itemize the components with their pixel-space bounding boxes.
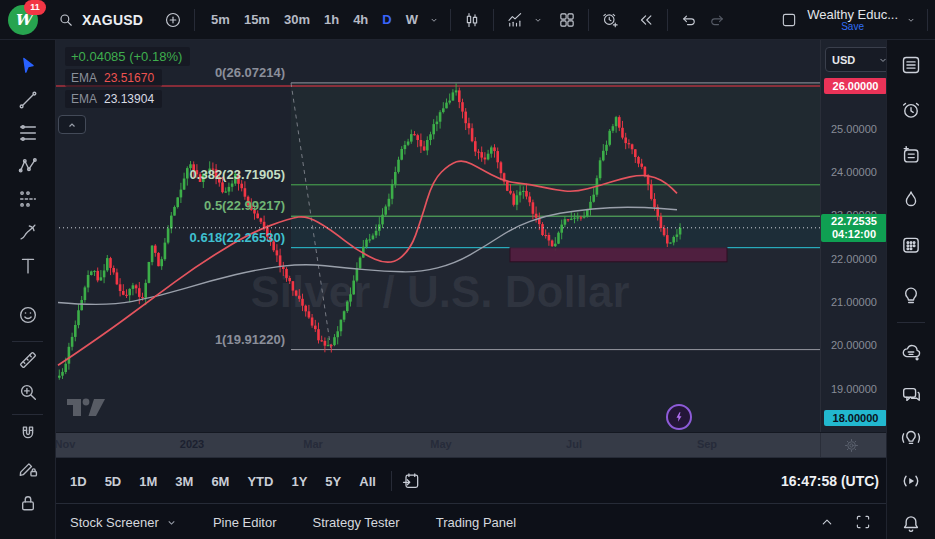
zoom-in-icon[interactable] bbox=[15, 379, 41, 405]
chart-plot[interactable]: Silver / U.S. Dollar +0.04085 (+0.18%) E… bbox=[55, 39, 820, 432]
cursor-icon[interactable] bbox=[15, 53, 41, 79]
fib-level-label: 1(19.91220) bbox=[215, 332, 285, 347]
save-layout-icon[interactable] bbox=[775, 6, 803, 34]
compare-add-icon[interactable] bbox=[159, 6, 187, 34]
timeframe-15m[interactable]: 15m bbox=[237, 7, 277, 33]
timeframe-30m[interactable]: 30m bbox=[277, 7, 317, 33]
brush-icon[interactable] bbox=[15, 219, 41, 245]
range-1M[interactable]: 1M bbox=[130, 474, 166, 489]
drawing-lock-icon[interactable] bbox=[15, 455, 41, 481]
tab-pine-editor[interactable]: Pine Editor bbox=[213, 515, 277, 530]
ema-row-1[interactable]: EMA 23.51670 bbox=[65, 69, 162, 87]
panel-collapse-icon[interactable] bbox=[815, 510, 839, 534]
range-5D[interactable]: 5D bbox=[96, 474, 131, 489]
calendar-icon[interactable] bbox=[898, 232, 924, 258]
go-to-date-icon[interactable] bbox=[398, 468, 424, 494]
undo-icon[interactable] bbox=[675, 6, 703, 34]
range-3M[interactable]: 3M bbox=[166, 474, 202, 489]
hotlists-icon[interactable] bbox=[898, 187, 924, 213]
time-tick: Sep bbox=[697, 438, 717, 450]
ema-row-2[interactable]: EMA 23.13904 bbox=[65, 90, 162, 108]
alert-price-label: 26.00000 bbox=[824, 78, 887, 94]
magnet-icon[interactable] bbox=[15, 421, 41, 447]
time-tick: Jul bbox=[566, 438, 582, 450]
indicators-icon[interactable] bbox=[501, 6, 529, 34]
timeframe-4h[interactable]: 4h bbox=[346, 7, 375, 33]
alert-add-icon[interactable] bbox=[596, 6, 624, 34]
bottom-panel-tabs: Stock ScreenerPine EditorStrategy Tester… bbox=[55, 503, 887, 539]
notifications-icon[interactable] bbox=[898, 511, 924, 537]
watchlist-icon[interactable] bbox=[898, 52, 924, 78]
minds-icon[interactable] bbox=[898, 339, 924, 365]
ema-value: 23.51670 bbox=[104, 71, 154, 85]
layout-chevron-icon[interactable] bbox=[902, 6, 920, 34]
tradingview-logo-icon[interactable] bbox=[66, 394, 106, 420]
emoji-icon[interactable] bbox=[15, 302, 41, 328]
layout-title-block[interactable]: Wealthy Educ... Save bbox=[807, 8, 898, 32]
text-icon[interactable] bbox=[15, 253, 41, 279]
divider bbox=[588, 9, 589, 31]
last-price-label: 22.72535 04:12:00 bbox=[821, 214, 887, 242]
drawing-toolbar bbox=[0, 39, 56, 539]
price-axis[interactable]: USD 25.0000024.0000023.0000022.0000021.0… bbox=[820, 39, 887, 432]
projection-icon[interactable] bbox=[15, 186, 41, 212]
chart-style-icon[interactable] bbox=[458, 6, 486, 34]
tab-trading-panel[interactable]: Trading Panel bbox=[436, 515, 516, 530]
layout-grid-icon[interactable] bbox=[553, 6, 581, 34]
redo-icon[interactable] bbox=[703, 6, 731, 34]
timeframe-5m[interactable]: 5m bbox=[204, 7, 237, 33]
range-YTD[interactable]: YTD bbox=[238, 474, 282, 489]
price-tick: 19.00000 bbox=[831, 383, 877, 395]
timeframe-W[interactable]: W bbox=[399, 7, 425, 33]
range-5Y[interactable]: 5Y bbox=[316, 474, 350, 489]
time-tick: May bbox=[430, 438, 451, 450]
streams-icon[interactable] bbox=[898, 425, 924, 451]
timeframe-chevron-icon[interactable] bbox=[425, 6, 443, 34]
ema-value: 23.13904 bbox=[104, 92, 154, 106]
range-toolbar: 1D5D1M3M6MYTD1Y5YAll 16:47:58 (UTC) bbox=[55, 457, 887, 504]
indicators-chevron-icon[interactable] bbox=[529, 6, 547, 34]
tab-stock-screener[interactable]: Stock Screener bbox=[70, 515, 177, 530]
range-1Y[interactable]: 1Y bbox=[282, 474, 316, 489]
trend-line-icon[interactable] bbox=[15, 87, 41, 113]
bar-replay-icon[interactable] bbox=[632, 6, 660, 34]
legend: +0.04085 (+0.18%) EMA 23.51670 EMA 23.13… bbox=[65, 47, 190, 111]
lock-all-icon[interactable] bbox=[15, 490, 41, 516]
search-icon bbox=[56, 6, 76, 34]
currency-dropdown[interactable]: USD bbox=[825, 47, 887, 72]
live-icon[interactable] bbox=[898, 468, 924, 494]
timeframe-1h[interactable]: 1h bbox=[317, 7, 346, 33]
divider bbox=[12, 414, 43, 415]
alerts-icon[interactable] bbox=[898, 97, 924, 123]
chevron-down-icon bbox=[166, 517, 177, 528]
panel-fullscreen-icon[interactable] bbox=[851, 510, 875, 534]
time-tick: Nov bbox=[55, 438, 75, 450]
xabcd-pattern-icon[interactable] bbox=[15, 153, 41, 179]
range-6M[interactable]: 6M bbox=[202, 474, 238, 489]
range-1D[interactable]: 1D bbox=[61, 474, 96, 489]
clock: 16:47:58 (UTC) bbox=[781, 473, 879, 489]
save-link[interactable]: Save bbox=[841, 21, 864, 32]
time-axis[interactable]: Nov2023MarMayJulSep bbox=[55, 432, 887, 458]
ruler-icon[interactable] bbox=[15, 347, 41, 373]
divider bbox=[897, 322, 925, 323]
axis-settings-gear-icon[interactable] bbox=[842, 436, 861, 455]
news-icon[interactable] bbox=[898, 142, 924, 168]
tab-strategy-tester[interactable]: Strategy Tester bbox=[312, 515, 399, 530]
currency-label: USD bbox=[832, 54, 855, 66]
last-price: 22.72535 bbox=[831, 215, 877, 228]
legend-collapse-button[interactable] bbox=[58, 115, 86, 134]
event-lightning-icon[interactable] bbox=[666, 404, 692, 430]
price-tick: 21.00000 bbox=[831, 296, 877, 308]
timeframe-D[interactable]: D bbox=[375, 7, 398, 33]
ideas-icon[interactable] bbox=[898, 282, 924, 308]
range-buttons: 1D5D1M3M6MYTD1Y5YAll bbox=[61, 474, 385, 489]
divider bbox=[194, 9, 195, 31]
fib-retracement-icon[interactable] bbox=[15, 120, 41, 146]
symbol-name: XAGUSD bbox=[82, 12, 143, 28]
range-All[interactable]: All bbox=[350, 474, 385, 489]
chat-icon[interactable] bbox=[898, 382, 924, 408]
account-menu[interactable]: W 11 bbox=[8, 3, 42, 37]
symbol-search[interactable]: XAGUSD bbox=[56, 6, 143, 34]
time-tick: 2023 bbox=[180, 438, 204, 450]
